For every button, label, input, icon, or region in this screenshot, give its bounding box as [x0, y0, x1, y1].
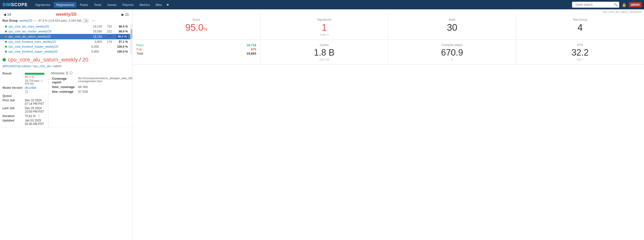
navbar: SIMSCOPE Signatures Regressions Rules Te…: [0, 0, 644, 9]
run-group-dash: —: [34, 19, 37, 22]
nav-tests[interactable]: Tests: [92, 2, 104, 8]
signatures-card: Signatures 1 Total: 4: [260, 15, 388, 40]
coverage-label: Coverage report: [51, 76, 77, 85]
test-pct: 97.1 %: [116, 40, 128, 44]
lock-icon[interactable]: 🔒: [622, 3, 626, 7]
test-name: cpu_core_frontend_master_weekly/20: [8, 45, 87, 48]
score-label: Score: [136, 18, 256, 21]
help-icon[interactable]: ●: [167, 3, 169, 7]
fail-row: Fail 975: [136, 47, 256, 51]
detail-metadata-area: Result 95.0 % 18,718 pass — 975 fail Mod…: [0, 70, 132, 128]
run-group-label: Run Group: [2, 19, 18, 22]
help-icon-meta: ⓘ: [70, 71, 73, 75]
next-run-button[interactable]: ▶ 21: [120, 13, 130, 17]
test-name: cpu_core_frontend_saturn_weekly/20: [8, 50, 87, 53]
test-pct: 100.0 %: [116, 45, 128, 48]
result-pct: 95.0 %: [25, 75, 34, 79]
dot-left: ·: [136, 66, 137, 69]
chart-icon[interactable]: ☷: [38, 114, 40, 118]
test-pct: 98.9 %: [116, 30, 128, 33]
metadata-section: Metadata ☰ ⓘ Coverage report file:///hom…: [48, 70, 132, 128]
queue-label: Queue: [2, 94, 22, 98]
search-icon: 🔍: [614, 3, 618, 7]
status-dot: [5, 41, 7, 43]
pass-row: Pass 18,718: [136, 43, 256, 47]
pass-bar: [25, 73, 44, 75]
updated-value: Jan 03 2025 03:30 AM PST: [25, 119, 46, 126]
signatures-label: Signatures: [264, 18, 384, 21]
metadata-header: Metadata ☰ ⓘ: [51, 71, 132, 75]
detail-section: Result 95.0 % 18,718 pass — 975 fail Mod…: [0, 70, 48, 128]
cycles-value: 1.8 B: [264, 48, 384, 58]
table-icon: ☰: [66, 71, 68, 75]
test-name: cpu_core_alu_master_weekly/20: [8, 30, 90, 33]
status-dot: [5, 46, 7, 48]
prev-run-button[interactable]: ◀ 19: [2, 13, 12, 17]
test-heading-title: cpu_core_alu_saturn_weekly / 20: [8, 57, 88, 63]
test-row-selected[interactable]: cpu_core_alu_saturn_weekly/20 18,718 975…: [0, 34, 130, 39]
result-counts: 18,718 pass — 975 fail: [25, 79, 46, 85]
pass-fail-card: Pass 18,718 Fail 975 Total 19,693: [132, 40, 260, 64]
cps-sub: 182.7: [520, 58, 640, 61]
fail-label: Fail: [136, 47, 142, 51]
subsys-link[interactable]: @RocketChip.subsys: [2, 64, 31, 68]
metadata-table: Coverage report file:///home/jenkins/dem…: [51, 76, 132, 94]
duration-value: 75.61 hr ☷: [25, 114, 46, 118]
subsys-row: @RocketChip.subsys / cpu_core_alu / satu…: [0, 64, 132, 70]
copy-icon[interactable]: 📋: [25, 90, 46, 93]
arrow-annotation: ←: [91, 18, 96, 23]
scroll-thumb[interactable]: [131, 29, 132, 39]
fail-val: 975: [251, 47, 256, 51]
test-row[interactable]: cpu_core_frontend_saturn_weekly/20 5,909…: [0, 49, 130, 54]
cps-value: 32.2: [520, 48, 640, 58]
app-brand: SIMSCOPE: [2, 2, 28, 7]
cycles-label: Cycles: [264, 43, 384, 47]
run-group-link[interactable]: weekly/20: [20, 19, 32, 22]
left-panel: ◀ 19 weekly/20 ▶ 21 Run Group weekly/20 …: [0, 9, 132, 240]
testgroup-value: 4: [520, 23, 640, 32]
score-card: Score 95.0%: [132, 15, 260, 40]
cps-label: CPS: [520, 43, 640, 47]
subsys-mid-link[interactable]: cpu_core_alu: [33, 64, 51, 68]
test-pct: 95.0 %: [116, 35, 128, 39]
nav-reports[interactable]: Reports: [120, 2, 136, 8]
build-label: Build: [392, 18, 512, 21]
last-job-label: Last Job: [2, 106, 22, 113]
testgroup-label: Test Group: [520, 18, 640, 21]
compute-card: Compute (days) 670.9 2: [388, 40, 516, 64]
test-row[interactable]: cpu_core_alu_mars_weekly/20 19,145 720 ·…: [0, 24, 130, 29]
first-job-label: First Job: [2, 99, 22, 105]
nav-metrics[interactable]: Metrics: [137, 2, 152, 8]
test-num1: 20,090: [92, 30, 102, 33]
test-num1: 19,145: [92, 25, 102, 28]
search-input[interactable]: [574, 2, 613, 7]
test-heading: cpu_core_alu_saturn_weekly / 20: [0, 54, 132, 64]
nav-misc[interactable]: Misc: [153, 2, 165, 8]
scrollbar[interactable]: [130, 24, 132, 54]
result-value: 95.0 % 18,718 pass — 975 fail: [25, 72, 46, 85]
test-row[interactable]: cpu_core_frontend_master_weekly/20 6,006…: [0, 44, 130, 49]
score-grid: Score 95.0% Signatures 1 Total: 4 Build …: [132, 15, 644, 40]
nav-rules[interactable]: Rules: [77, 2, 90, 8]
heading-status-dot: [2, 58, 6, 61]
test-num1: 5,909: [88, 50, 99, 53]
nav-issues[interactable]: Issues: [105, 2, 119, 8]
test-row[interactable]: cpu_core_alu_master_weekly/20 20,090 222…: [0, 29, 130, 34]
indicator-row: ·: [132, 65, 644, 70]
status-dot: [5, 51, 7, 53]
compute-value: 670.9: [392, 48, 512, 58]
nav-regressions[interactable]: Regressions: [54, 2, 76, 8]
test-row[interactable]: cpu_core_frontend_mars_weekly/20 5,905 1…: [0, 39, 130, 44]
queue-value: [25, 94, 46, 98]
signatures-sub: Total: 4: [264, 33, 384, 36]
total-row: Total 19,693: [136, 52, 256, 55]
compute-sub: 2: [392, 58, 512, 61]
test-pct: 100.0 %: [116, 50, 128, 53]
nav-signatures[interactable]: Signatures: [33, 2, 53, 8]
test-num1: 18,718: [92, 35, 102, 38]
coverage-path: file:///home/jenkins/demo_data/gen_data_…: [77, 76, 132, 85]
weekly-nav-row: ◀ 19 weekly/20 ▶ 21: [0, 11, 132, 18]
test-name: cpu_core_frontend_mars_weekly/20: [8, 40, 90, 44]
admin-badge[interactable]: admin: [629, 2, 642, 7]
model-link[interactable]: db1c89d: [25, 86, 36, 89]
